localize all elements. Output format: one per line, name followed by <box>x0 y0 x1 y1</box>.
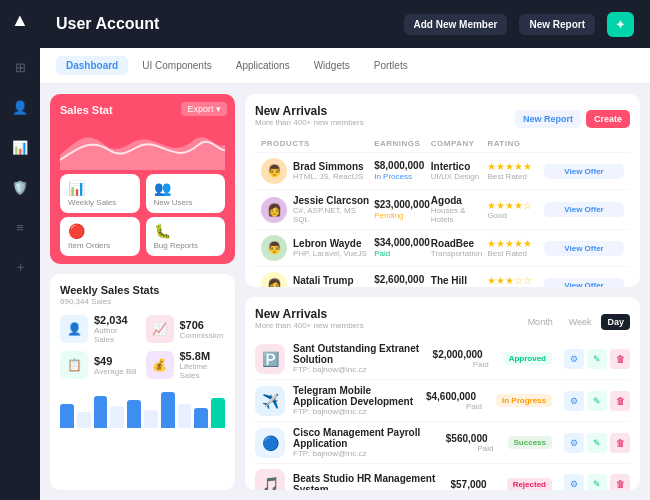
status-badge: Paid <box>374 248 431 259</box>
rating-stars: ★★★☆☆ <box>487 275 544 286</box>
arrival-price-block: $2,000,000 Paid <box>433 349 489 369</box>
period-buttons: Month Week Day <box>522 314 630 330</box>
author-sales-icon: 👤 <box>60 315 88 343</box>
arrivals-table: PRODUCTS EARNINGS COMPANY RATING 👨 Br <box>255 135 630 287</box>
status-pill: In Progress <box>496 394 552 407</box>
nav-portlets[interactable]: Portlets <box>364 56 418 75</box>
action-edit-button[interactable]: ✎ <box>587 349 607 369</box>
arrival-details: Cisco Management Payroll Application FTP… <box>293 427 438 458</box>
chart-bar <box>60 404 74 428</box>
new-report-button[interactable]: New Report <box>519 14 595 35</box>
chart-bar <box>194 408 208 428</box>
action-delete-button[interactable]: 🗑 <box>610 391 630 411</box>
add-member-button[interactable]: Add New Member <box>404 14 508 35</box>
arrival-icon: 🅿️ <box>255 344 285 374</box>
action-edit-button[interactable]: ✎ <box>587 433 607 453</box>
sidebar-icon-list[interactable]: ≡ <box>8 215 32 239</box>
commission-value: $706 <box>180 319 224 331</box>
new-users-label: New Users <box>154 198 218 207</box>
person-name: Natali Trump <box>293 275 354 286</box>
sidebar-icon-chart[interactable]: 📊 <box>8 135 32 159</box>
nav-dashboard[interactable]: Dashboard <box>56 56 128 75</box>
action-settings-button[interactable]: ⚙ <box>564 391 584 411</box>
arrival-price-sub: Paid <box>426 402 482 411</box>
sidebar-icon-add[interactable]: ＋ <box>8 255 32 279</box>
chart-bar <box>211 398 225 428</box>
company-type: Transportation <box>431 249 488 258</box>
avatar: 👩 <box>261 272 287 287</box>
table-row: 👩 Jessie Clarcson C#, ASP.NET, MS SQL $2… <box>255 189 630 229</box>
arrival-price: $2,000,000 <box>433 349 483 360</box>
sidebar-icon-shield[interactable]: 🛡️ <box>8 175 32 199</box>
view-offer-button[interactable]: View Offer <box>544 241 624 256</box>
rating-label: Good <box>487 211 544 220</box>
arrivals-bottom-header: New Arrivals More than 400+ new members … <box>255 307 630 336</box>
arrival-icon: 🔵 <box>255 428 285 458</box>
action-settings-button[interactable]: ⚙ <box>564 433 584 453</box>
period-week-button[interactable]: Week <box>563 314 598 330</box>
quick-action-button[interactable]: ✦ <box>607 12 634 37</box>
arrival-price: $560,000 <box>446 433 488 444</box>
action-settings-button[interactable]: ⚙ <box>564 349 584 369</box>
status-badge: In Process <box>374 171 431 182</box>
arrival-details: Sant Outstanding Extranet Solution FTP: … <box>293 343 425 374</box>
arrival-name: Sant Outstanding Extranet Solution <box>293 343 425 365</box>
person-skills: HTML, JS, ReactJS <box>293 172 364 181</box>
action-settings-button[interactable]: ⚙ <box>564 474 584 490</box>
person-name: Lebron Wayde <box>293 238 367 249</box>
action-edit-button[interactable]: ✎ <box>587 474 607 490</box>
arrivals-create-button[interactable]: Create <box>586 110 630 128</box>
nav-applications[interactable]: Applications <box>226 56 300 75</box>
arrivals-top-title: New Arrivals <box>255 104 364 118</box>
mini-stats-row: 📊 Weekly Sales 👥 New Users <box>60 174 225 213</box>
view-offer-button[interactable]: View Offer <box>544 278 624 288</box>
weekly-stats-title: Weekly Sales Stats <box>60 284 225 296</box>
lifetime-sales-value: $5.8M <box>180 350 226 362</box>
commission-icon: 📈 <box>146 315 174 343</box>
action-delete-button[interactable]: 🗑 <box>610 349 630 369</box>
company-type: UI/UX Design <box>431 172 488 181</box>
arrivals-new-report-button[interactable]: New Report <box>515 110 581 128</box>
period-month-button[interactable]: Month <box>522 314 559 330</box>
company-type: Houses & Hotels <box>431 206 488 224</box>
nav-widgets[interactable]: Widgets <box>304 56 360 75</box>
col-rating: RATING <box>487 139 544 148</box>
earnings-value: $2,600,000 <box>374 274 431 285</box>
sidebar-logo: ▲ <box>11 10 29 31</box>
chart-bar <box>144 410 158 428</box>
status-badge: Paid <box>374 285 431 287</box>
arrival-name: Cisco Management Payroll Application <box>293 427 438 449</box>
status-badge: Pending <box>374 210 431 221</box>
action-icons: ⚙ ✎ 🗑 <box>564 474 630 490</box>
view-offer-button[interactable]: View Offer <box>544 164 624 179</box>
header: User Account Add New Member New Report ✦ <box>40 0 650 48</box>
main-content: User Account Add New Member New Report ✦… <box>40 0 650 500</box>
author-sales-value: $2,034 <box>94 314 140 326</box>
avatar: 👨 <box>261 235 287 261</box>
new-users-icon: 👥 <box>154 180 218 196</box>
arrival-sub: FTP: bajnow@inc.cz <box>293 407 418 416</box>
weekly-stats-subtitle: 690,344 Sales <box>60 297 225 306</box>
nav-ui-components[interactable]: UI Components <box>132 56 221 75</box>
action-delete-button[interactable]: 🗑 <box>610 433 630 453</box>
person-info: 👩 Jessie Clarcson C#, ASP.NET, MS SQL <box>261 195 374 224</box>
export-button[interactable]: Export ▾ <box>181 102 227 116</box>
stat-avg-bill: 📋 $49 Average Bill <box>60 350 140 380</box>
action-edit-button[interactable]: ✎ <box>587 391 607 411</box>
view-offer-button[interactable]: View Offer <box>544 202 624 217</box>
arrival-price-block: $57,000 <box>450 479 492 490</box>
person-info: 👨 Lebron Wayde PHP, Laravel, VueJS <box>261 235 374 261</box>
action-delete-button[interactable]: 🗑 <box>610 474 630 490</box>
status-pill: Success <box>508 436 552 449</box>
wave-chart <box>60 120 225 170</box>
table-row: 👨 Brad Simmons HTML, JS, ReactJS $8,000,… <box>255 152 630 189</box>
period-day-button[interactable]: Day <box>601 314 630 330</box>
arrivals-top-subtitle: More than 400+ new members <box>255 118 364 127</box>
arrival-price: $57,000 <box>450 479 486 490</box>
arrival-icon: 🎵 <box>255 469 285 490</box>
chart-bar <box>178 404 192 428</box>
col-action <box>544 139 624 148</box>
person-name: Brad Simmons <box>293 161 364 172</box>
sidebar-icon-user[interactable]: 👤 <box>8 95 32 119</box>
sidebar-icon-grid[interactable]: ⊞ <box>8 55 32 79</box>
